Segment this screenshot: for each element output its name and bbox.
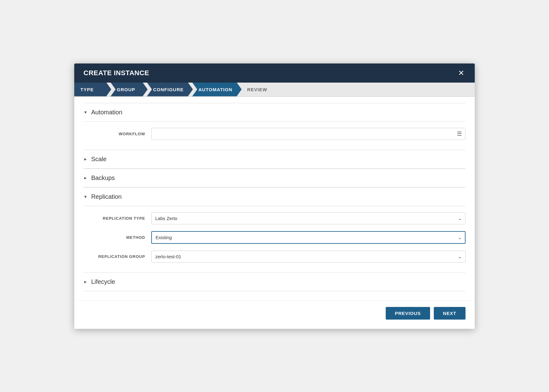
method-row: METHOD Existing New ⌄ xyxy=(83,231,466,244)
lifecycle-section-header[interactable]: ► Lifecycle xyxy=(83,273,466,291)
automation-section-label: Automation xyxy=(91,109,122,116)
replication-group-select[interactable]: zerto-test-01 xyxy=(151,251,466,263)
backups-section: ► Backups xyxy=(83,169,466,187)
method-control: Existing New ⌄ xyxy=(151,231,466,244)
method-select[interactable]: Existing New xyxy=(151,231,466,244)
workflow-input-wrap: ☰ xyxy=(151,128,466,140)
method-label: METHOD xyxy=(83,235,151,240)
lifecycle-section-label: Lifecycle xyxy=(91,278,115,285)
replication-group-control: zerto-test-01 ⌄ xyxy=(151,251,466,263)
scale-section: ► Scale xyxy=(83,150,466,169)
replication-type-select-wrapper: Labs Zerto None ⌄ xyxy=(151,212,466,224)
step-group-label: GROUP xyxy=(117,87,135,92)
step-configure[interactable]: CONFIGURE xyxy=(147,83,193,96)
method-select-wrapper: Existing New ⌄ xyxy=(151,231,466,244)
replication-group-label: REPLICATION GROUP xyxy=(83,254,151,259)
replication-section-body: REPLICATION TYPE Labs Zerto None ⌄ METH xyxy=(83,206,466,272)
step-review-label: REVIEW xyxy=(247,87,267,92)
step-type[interactable]: TYPE xyxy=(74,83,111,96)
step-type-label: TYPE xyxy=(80,87,94,92)
previous-button[interactable]: PREVIOUS xyxy=(386,307,430,320)
scale-arrow: ► xyxy=(83,157,87,161)
create-instance-modal: CREATE INSTANCE ✕ TYPE GROUP CONFIGURE A… xyxy=(74,63,475,329)
replication-section-header[interactable]: ▼ Replication xyxy=(83,188,466,206)
automation-section: ▼ Automation WORKFLOW ☰ xyxy=(83,103,466,150)
step-group[interactable]: GROUP xyxy=(111,83,148,96)
step-automation[interactable]: AUTOMATION xyxy=(192,83,242,96)
replication-arrow: ▼ xyxy=(83,194,87,199)
close-button[interactable]: ✕ xyxy=(457,69,466,77)
modal-content: ▼ Automation WORKFLOW ☰ ► S xyxy=(74,97,475,300)
scale-section-header[interactable]: ► Scale xyxy=(83,150,466,169)
workflow-input[interactable] xyxy=(151,128,466,140)
workflow-row: WORKFLOW ☰ xyxy=(83,128,466,140)
modal-footer: PREVIOUS NEXT xyxy=(74,300,475,329)
replication-group-select-wrapper: zerto-test-01 ⌄ xyxy=(151,251,466,263)
stepper: TYPE GROUP CONFIGURE AUTOMATION REVIEW xyxy=(74,83,475,97)
replication-type-control: Labs Zerto None ⌄ xyxy=(151,212,466,224)
replication-type-row: REPLICATION TYPE Labs Zerto None ⌄ xyxy=(83,212,466,224)
backups-section-header[interactable]: ► Backups xyxy=(83,169,466,187)
workflow-control: ☰ xyxy=(151,128,466,140)
automation-arrow: ▼ xyxy=(83,110,87,115)
replication-type-select[interactable]: Labs Zerto None xyxy=(151,212,466,224)
replication-group-row: REPLICATION GROUP zerto-test-01 ⌄ xyxy=(83,251,466,263)
modal-header: CREATE INSTANCE ✕ xyxy=(74,63,475,83)
backups-arrow: ► xyxy=(83,176,87,180)
lifecycle-arrow: ► xyxy=(83,280,87,284)
scale-section-label: Scale xyxy=(91,156,107,163)
automation-section-header[interactable]: ▼ Automation xyxy=(83,103,466,122)
workflow-label: WORKFLOW xyxy=(83,132,151,136)
modal-title: CREATE INSTANCE xyxy=(83,69,149,77)
automation-section-body: WORKFLOW ☰ xyxy=(83,122,466,150)
step-automation-label: AUTOMATION xyxy=(198,87,232,92)
replication-section: ▼ Replication REPLICATION TYPE Labs Zert… xyxy=(83,187,466,272)
lifecycle-section: ► Lifecycle xyxy=(83,272,466,291)
next-button[interactable]: NEXT xyxy=(434,307,466,320)
replication-section-label: Replication xyxy=(91,193,122,200)
replication-type-label: REPLICATION TYPE xyxy=(83,216,151,221)
backups-section-label: Backups xyxy=(91,174,115,182)
step-review[interactable]: REVIEW xyxy=(241,83,278,96)
step-configure-label: CONFIGURE xyxy=(153,87,184,92)
